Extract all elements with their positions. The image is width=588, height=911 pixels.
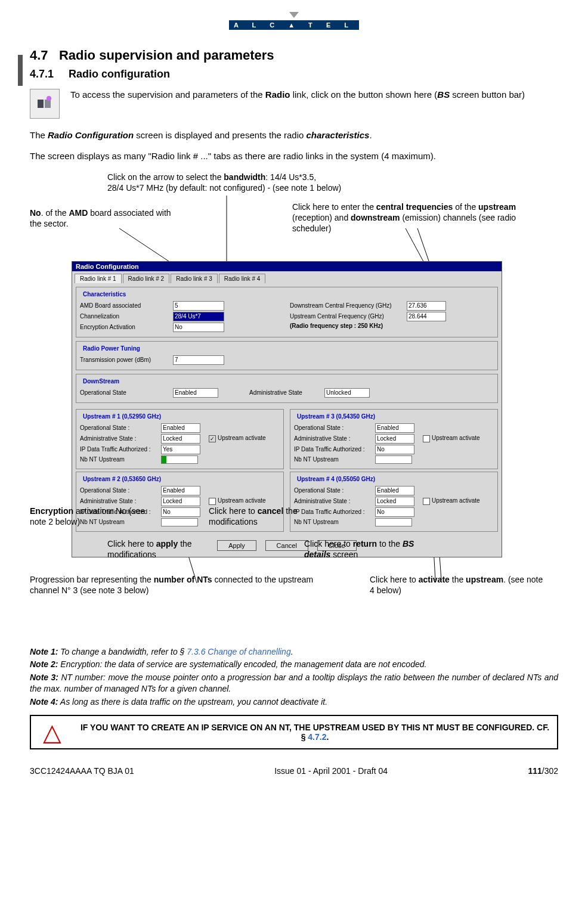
upstream-op-state-label: Operational State : xyxy=(80,487,157,494)
link-4-7-2[interactable]: 4.7.2 xyxy=(308,732,326,742)
upstream-activate-label: Upstream activate xyxy=(218,497,266,504)
subsection-heading: 4.7.1 Radio configuration xyxy=(30,68,558,80)
page-footer: 3CC12424AAAA TQ BJA 01 Issue 01 - April … xyxy=(30,766,558,776)
brand-logo: A L C ▲ T E L xyxy=(30,12,558,30)
callout-progression-bar: Progression bar representing the number … xyxy=(30,574,340,596)
op-state-field: Enabled xyxy=(173,388,218,398)
upstream-activate-checkbox[interactable]: ✓ xyxy=(209,435,216,442)
upstream-admin-state-field[interactable]: Locked xyxy=(375,434,414,444)
nb-nt-label: Nb NT Upstream xyxy=(80,456,157,463)
section-heading: 4.7 Radio supervision and parameters xyxy=(30,48,558,63)
intro-paragraph: To access the supervision and parameters… xyxy=(70,89,525,101)
nb-nt-label: Nb NT Upstream xyxy=(294,456,372,463)
amd-field[interactable]: 5 xyxy=(173,301,224,311)
svg-rect-0 xyxy=(38,100,44,108)
upstream-op-state-field[interactable]: Enabled xyxy=(375,486,414,495)
radio-button-icon xyxy=(30,89,60,119)
window-titlebar: Radio Configuration xyxy=(72,262,502,271)
section-marker xyxy=(18,55,23,86)
upstream-group-title: Upstream # 2 (0,53650 GHz) xyxy=(81,476,163,482)
upstream-activate-checkbox[interactable] xyxy=(423,498,430,505)
cancel-button[interactable]: Cancel xyxy=(265,540,308,551)
upstream-op-state-label: Operational State : xyxy=(294,487,372,494)
upstream-activate-checkbox[interactable] xyxy=(209,498,216,505)
upstream-op-state-field[interactable]: Enabled xyxy=(375,423,414,433)
upstream-op-state-field[interactable]: Enabled xyxy=(161,423,200,433)
encryption-field[interactable]: No xyxy=(173,323,224,332)
tx-power-field[interactable]: 7 xyxy=(173,355,224,365)
upstream-admin-state-field[interactable]: Locked xyxy=(161,497,200,506)
upstream-admin-state-field[interactable]: Locked xyxy=(375,497,414,506)
upstream-group-title: Upstream # 1 (0,52950 GHz) xyxy=(81,413,163,420)
upstream-admin-state-label: Administrative State : xyxy=(80,435,157,442)
footer-page-number: 111/302 xyxy=(528,766,558,776)
group-power-tuning: Radio Power Tuning xyxy=(81,345,142,352)
nt-progress-bar xyxy=(375,518,412,526)
upstream-admin-state-label: Administrative State : xyxy=(294,435,372,442)
upstream-group-title: Upstream # 3 (0,54350 GHz) xyxy=(295,413,377,420)
callout-amd: No. of the AMD board associated with the… xyxy=(30,207,179,229)
warning-box: △ IF YOU WANT TO CREATE AN IP SERVICE ON… xyxy=(30,715,558,749)
link-change-channelling[interactable]: 7.3.6 Change of channelling xyxy=(187,647,290,656)
upstream-ip-traffic-label: IP Data Traffic Authorized : xyxy=(294,446,372,453)
callout-bandwidth: Click on the arrow to select the bandwid… xyxy=(107,172,417,193)
paragraph-2: The Radio Configuration screen is displa… xyxy=(30,129,558,141)
encryption-label: Encryption Activation xyxy=(80,324,169,330)
op-state-label: Operational State xyxy=(80,389,169,396)
upstream-ip-traffic-label: IP Data Traffic Authorized : xyxy=(80,446,157,453)
footer-doc-id: 3CC12424AAAA TQ BJA 01 xyxy=(30,766,134,776)
callout-encryption: Encryption activation: No (see note 2 be… xyxy=(30,506,161,527)
channelization-select[interactable]: 28/4 Us*7 xyxy=(173,312,224,321)
tab-radio-link-2[interactable]: Radio link # 2 xyxy=(123,274,170,283)
upstream-op-state-field[interactable]: Enabled xyxy=(161,486,200,495)
channelization-label: Channelization xyxy=(80,313,169,320)
group-characteristics: Characteristics xyxy=(81,291,128,298)
upstream-admin-state-label: Administrative State : xyxy=(294,498,372,504)
nt-progress-bar xyxy=(161,456,198,464)
admin-state-field[interactable]: Unlocked xyxy=(324,388,370,398)
upstream-activate-label: Upstream activate xyxy=(432,497,480,504)
paragraph-3: The screen displays as many "Radio link … xyxy=(30,150,558,162)
upstream-admin-state-label: Administrative State : xyxy=(80,498,157,504)
upstream-admin-state-field[interactable]: Locked xyxy=(161,434,200,444)
tab-radio-link-3[interactable]: Radio link # 3 xyxy=(171,274,218,283)
upstream-ip-traffic-field[interactable]: No xyxy=(375,507,414,517)
nt-progress-bar xyxy=(161,518,198,526)
nt-progress-bar xyxy=(375,456,412,464)
tab-bar: Radio link # 1 Radio link # 2 Radio link… xyxy=(72,271,502,283)
upstream-activate-label: Upstream activate xyxy=(218,435,266,441)
upstream-op-state-label: Operational State : xyxy=(80,424,157,431)
upstream-freq-field[interactable]: 28.644 xyxy=(407,312,446,321)
footer-issue: Issue 01 - April 2001 - Draft 04 xyxy=(274,766,388,776)
upstream-op-state-label: Operational State : xyxy=(294,424,372,431)
admin-state-label: Administrative State xyxy=(249,389,321,396)
downstream-freq-label: Downstream Central Frequency (GHz) xyxy=(290,302,403,309)
upstream-freq-label: Upstream Central Frequency (GHz) xyxy=(290,313,403,320)
upstream-activate-label: Upstream activate xyxy=(432,435,480,441)
warning-icon: △ xyxy=(31,716,73,748)
callout-frequencies: Click here to enter the central trequenc… xyxy=(292,202,543,234)
downstream-freq-field[interactable]: 27.636 xyxy=(407,301,446,311)
upstream-group-title: Upstream # 4 (0,55050 GHz) xyxy=(295,476,377,482)
freq-step-label: (Radio frequency step : 250 KHz) xyxy=(290,323,383,329)
svg-point-2 xyxy=(47,96,51,101)
amd-label: AMD Board associated xyxy=(80,302,169,309)
callout-activate-upstream: Click here to activate the upstream. (se… xyxy=(370,574,549,596)
notes-block: Note 1: To change a bandwidth, refer to … xyxy=(30,646,558,708)
upstream-ip-traffic-field[interactable]: Yes xyxy=(161,445,200,454)
upstream-ip-traffic-field[interactable]: No xyxy=(161,507,200,517)
upstream-activate-checkbox[interactable] xyxy=(423,435,430,442)
tab-radio-link-4[interactable]: Radio link # 4 xyxy=(219,274,266,283)
tab-radio-link-1[interactable]: Radio link # 1 xyxy=(75,274,122,283)
tx-power-label: Transmission power (dBm) xyxy=(80,357,169,363)
callout-cancel: Click here to cancel the modifications xyxy=(209,506,328,527)
callout-return: Click here to return to the BS details s… xyxy=(304,538,441,560)
callout-apply: Click here to apply the modifications xyxy=(107,538,227,560)
upstream-ip-traffic-field[interactable]: No xyxy=(375,445,414,454)
svg-rect-1 xyxy=(45,100,51,108)
group-downstream: DownStream xyxy=(81,378,121,385)
